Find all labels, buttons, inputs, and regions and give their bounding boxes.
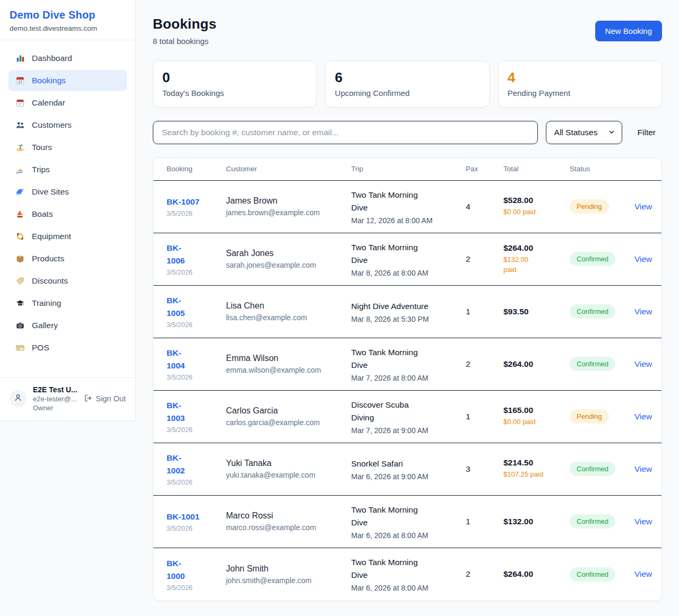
actions-cell: View [634, 307, 654, 316]
customer-cell: Lisa Chen lisa.chen@example.com [226, 301, 351, 322]
status-select[interactable]: All Statuses [546, 121, 622, 144]
pax-value: 1 [466, 412, 503, 421]
view-link[interactable]: View [634, 569, 652, 578]
user-name: E2E Test U... [33, 385, 77, 394]
person-icon [14, 393, 22, 404]
sidebar-item-label: Bookings [32, 76, 66, 85]
status-badge: Confirmed [570, 357, 615, 371]
sidebar-item-label: Dive Sites [32, 187, 69, 197]
grad-cap-icon [15, 298, 25, 309]
sidebar-item-label: Products [32, 254, 64, 263]
view-link[interactable]: View [634, 517, 652, 526]
user-role: Owner [33, 404, 77, 412]
col-header-pax: Pax [466, 165, 503, 173]
actions-cell: View [634, 517, 654, 526]
total-cell: $132.00 [503, 517, 570, 526]
col-header-customer: Customer [226, 165, 351, 173]
total-amount: $264.00 [503, 243, 570, 253]
sidebar-item-calendar[interactable]: Calendar [8, 92, 127, 113]
sidebar-item-training[interactable]: Training [8, 293, 127, 314]
sidebar-item-gallery[interactable]: Gallery [8, 315, 127, 336]
sidebar-item-pos[interactable]: POS [8, 337, 127, 358]
booking-id-link[interactable]: BK-1007 [167, 196, 199, 208]
total-amount: $528.00 [503, 196, 570, 205]
booking-id-link[interactable]: BK- 1006 [167, 242, 185, 267]
customer-email: yuki.tanaka@example.com [226, 471, 351, 479]
booking-cell: BK- 1006 3/5/2026 [167, 242, 226, 276]
user-email: e2e-tester@... [33, 395, 77, 403]
new-booking-button[interactable]: New Booking [595, 21, 662, 41]
search-input[interactable] [153, 121, 538, 144]
booking-id-link[interactable]: BK-1001 [167, 511, 199, 523]
status-badge: Pending [570, 199, 609, 214]
sidebar-item-customers[interactable]: Customers [8, 115, 127, 136]
sidebar-item-trips[interactable]: Trips [8, 159, 127, 180]
view-link[interactable]: View [634, 359, 652, 368]
trip-cell: Night Dive Adventure Mar 8, 2026 at 5:30… [351, 300, 466, 323]
wave-icon [15, 187, 25, 197]
customer-name: Sarah Jones [226, 249, 351, 258]
trip-name: Night Dive Adventure [351, 300, 466, 313]
view-link[interactable]: View [634, 254, 652, 263]
status-badge: Confirmed [570, 304, 615, 319]
sidebar-item-tours[interactable]: Tours [8, 137, 127, 158]
status-badge: Confirmed [570, 252, 615, 266]
view-link[interactable]: View [634, 412, 652, 421]
sidebar-item-label: Trips [32, 165, 50, 174]
pax-value: 2 [466, 254, 503, 264]
customer-name: Lisa Chen [226, 301, 351, 311]
sidebar-item-discounts[interactable]: Discounts [8, 270, 127, 292]
sidebar-item-label: Boats [32, 209, 53, 219]
booking-id-link[interactable]: BK- 1005 [167, 294, 185, 320]
total-paid: $132.00 paid [503, 255, 570, 275]
booking-cell: BK- 1003 3/5/2026 [167, 399, 226, 434]
status-badge: Confirmed [570, 567, 615, 582]
col-header-status: Status [570, 165, 634, 173]
total-paid: $0.00 paid [503, 417, 570, 427]
booking-id-link[interactable]: BK- 1003 [167, 399, 185, 425]
total-cell: $264.00 $132.00 paid [503, 243, 570, 275]
trip-cell: Two Tank Morning Dive Mar 6, 2026 at 8:0… [351, 556, 466, 592]
sign-out-button[interactable]: Sign Out [84, 394, 126, 404]
view-link[interactable]: View [634, 202, 652, 211]
sidebar-item-boats[interactable]: Boats [8, 204, 127, 225]
main-content: Bookings 8 total bookings New Booking 0T… [136, 0, 679, 616]
filter-button[interactable]: Filter [638, 128, 656, 137]
total-cell: $264.00 [503, 359, 570, 369]
sidebar-item-label: Customers [32, 120, 72, 130]
total-paid: $107.25 paid [503, 470, 570, 480]
sidebar-item-bookings[interactable]: 17Bookings [8, 70, 127, 91]
sidebar-item-products[interactable]: Products [8, 248, 127, 269]
chevron-down-icon [608, 128, 615, 137]
booking-id-link[interactable]: BK- 1004 [167, 347, 185, 372]
view-link[interactable]: View [634, 464, 652, 473]
sign-out-label: Sign Out [96, 394, 126, 403]
sidebar-item-label: Calendar [32, 98, 65, 108]
table-row: BK-1001 3/5/2026 Marco Rossi marco.rossi… [153, 496, 661, 548]
sidebar-item-dashboard[interactable]: Dashboard [8, 48, 127, 69]
booking-id-link[interactable]: BK- 1000 [167, 557, 185, 583]
sidebar-item-equipment[interactable]: Equipment [8, 226, 127, 247]
booking-cell: BK- 1000 3/5/2026 [167, 557, 226, 592]
sidebar-item-label: Training [32, 298, 61, 308]
actions-cell: View [634, 412, 654, 421]
calendar-icon [15, 98, 25, 108]
sidebar: Demo Dive Shop demo.test.divestreams.com… [0, 0, 136, 421]
total-cell: $528.00 $0.00 paid [503, 196, 570, 217]
booking-id-link[interactable]: BK- 1002 [167, 452, 185, 477]
booking-date: 3/5/2026 [167, 269, 226, 276]
trip-name: Two Tank Morning Dive [351, 346, 466, 372]
booking-date: 3/5/2026 [167, 426, 226, 434]
total-amount: $264.00 [503, 359, 570, 369]
customer-email: carlos.garcia@example.com [226, 418, 351, 427]
stat-card-pending-payment: 4Pending Payment [498, 60, 662, 108]
sidebar-item-dive-sites[interactable]: Dive Sites [8, 181, 127, 203]
customer-cell: Emma Wilson emma.wilson@example.com [226, 354, 351, 374]
view-link[interactable]: View [634, 307, 652, 316]
sidebar-item-label: Equipment [32, 232, 71, 241]
page-title: Bookings [153, 16, 216, 32]
pax-value: 3 [466, 464, 503, 474]
tag-icon [15, 276, 25, 286]
customer-email: sarah.jones@example.com [226, 261, 351, 269]
customer-name: Marco Rossi [226, 511, 351, 521]
